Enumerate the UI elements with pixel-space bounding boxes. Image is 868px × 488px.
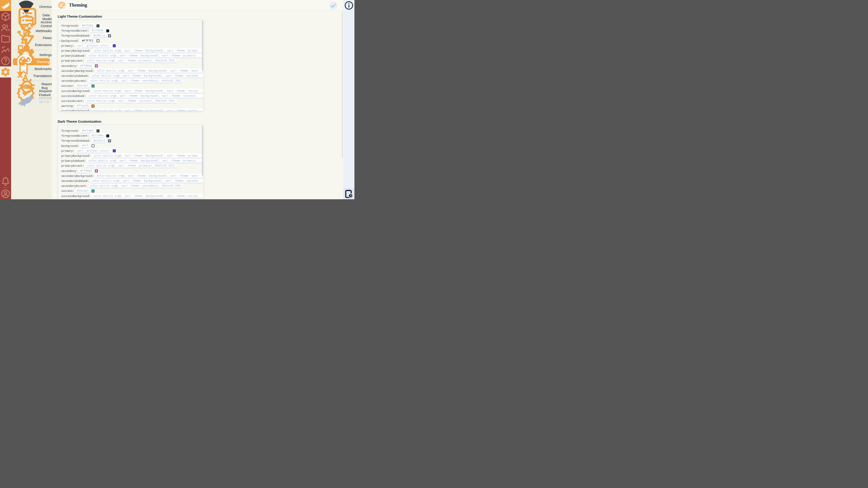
- project-name: Directus: [39, 5, 52, 8]
- info-button[interactable]: [343, 0, 354, 11]
- field-value-input[interactable]: color-mix(in srgb, var(--theme--backgrou…: [87, 94, 204, 98]
- rail-divider: [3, 187, 8, 188]
- field-key: primarySubdued:: [61, 54, 86, 57]
- field-key: secondary:: [61, 64, 78, 68]
- field-value-input[interactable]: color-mix(in srgb, var(--theme--backgrou…: [95, 174, 204, 178]
- field-value-input[interactable]: color-mix(in srgb, var(--theme--primary)…: [86, 164, 176, 168]
- field-value-input[interactable]: color-mix(in srgb, var(--theme--success)…: [86, 99, 176, 103]
- page-content: Light Theme Customization foreground:#4f…: [52, 10, 343, 199]
- color-swatch[interactable]: [106, 134, 109, 137]
- field-value-input[interactable]: color-mix(in srgb, var(--theme--backgrou…: [92, 109, 204, 111]
- field-value-input[interactable]: #ff99dd: [79, 64, 93, 68]
- theme-field-row: successSubdued:color-mix(in srgb, var(--…: [61, 199, 204, 199]
- notifications-bell-button[interactable]: [0, 176, 11, 187]
- field-key: primaryAccent:: [61, 59, 84, 62]
- main-area: Theming Light Theme Customization foregr…: [52, 0, 343, 199]
- field-value-input[interactable]: #fff: [81, 144, 90, 148]
- color-swatch[interactable]: [108, 34, 111, 37]
- field-value-input[interactable]: #ffa439: [76, 104, 90, 108]
- field-key: primaryBackground:: [61, 49, 91, 53]
- field-value-input[interactable]: var(--project-color): [76, 149, 111, 153]
- color-swatch[interactable]: [96, 24, 99, 27]
- field-value-input[interactable]: color-mix(in srgb, var(--theme--backgrou…: [95, 69, 204, 73]
- color-swatch[interactable]: [92, 105, 94, 107]
- field-value-input[interactable]: #2ecda7: [76, 84, 90, 88]
- field-value-input[interactable]: color-mix(in srgb, var(--theme--secondar…: [89, 184, 183, 188]
- save-button[interactable]: [329, 2, 337, 9]
- field-key: success:: [61, 84, 74, 88]
- theme-field-row: secondarySubdued:color-mix(in srgb, var(…: [61, 178, 204, 184]
- module-settings[interactable]: [0, 66, 11, 77]
- field-value-input[interactable]: #2ecda7: [76, 189, 90, 193]
- field-value-input[interactable]: color-mix(in srgb, var(--theme--backgrou…: [87, 199, 204, 199]
- field-value-input[interactable]: #4f5464: [81, 24, 95, 28]
- field-key: secondary:: [61, 169, 78, 173]
- module-rail: [0, 0, 11, 199]
- field-value-input[interactable]: #172940: [90, 133, 105, 138]
- field-key: secondarySubdued:: [61, 74, 89, 77]
- color-swatch[interactable]: [92, 85, 94, 88]
- field-value-input[interactable]: color-mix(in srgb, var(--theme--primary)…: [86, 59, 176, 63]
- field-value-input[interactable]: #172940: [90, 29, 105, 33]
- page-scrollbar[interactable]: [342, 11, 343, 158]
- theme-field-row: foreground:#4f5464: [61, 23, 204, 28]
- color-swatch[interactable]: [92, 190, 94, 193]
- field-value-input[interactable]: color-mix(in srgb, var(--theme--backgrou…: [92, 154, 204, 158]
- module-help[interactable]: [0, 55, 11, 66]
- color-swatch[interactable]: [106, 29, 109, 32]
- field-key: secondarySubdued:: [61, 180, 89, 183]
- theme-field-row: success:#2ecda7: [61, 188, 204, 193]
- field-key: secondaryBackground:: [61, 69, 94, 72]
- light-editor-scrollbar[interactable]: [202, 21, 203, 71]
- field-value-input[interactable]: #a2b5cd: [92, 138, 106, 143]
- field-value-input[interactable]: color-mix(in srgb, var(--theme--backgrou…: [92, 48, 204, 53]
- field-value-input[interactable]: color-mix(in srgb, var(--theme--backgrou…: [90, 179, 204, 183]
- dark-editor-scrollbar[interactable]: [202, 126, 203, 176]
- field-key: foregroundAccent:: [61, 134, 89, 137]
- sidebar-item-label: Settings: [39, 53, 52, 57]
- sidebar-item-label: Theming: [36, 60, 50, 64]
- theme-field-row: secondarySubdued:color-mix(in srgb, var(…: [61, 73, 204, 78]
- theme-field-row: primaryAccent:color-mix(in srgb, var(--t…: [61, 58, 204, 63]
- field-value-input[interactable]: #a2b5cd: [92, 33, 106, 38]
- color-swatch[interactable]: [96, 39, 99, 42]
- color-swatch[interactable]: [113, 149, 116, 152]
- color-swatch[interactable]: [108, 139, 111, 142]
- module-box[interactable]: [0, 11, 11, 22]
- field-value-input[interactable]: color-mix(in srgb, var(--theme--backgrou…: [87, 159, 204, 163]
- field-value-input[interactable]: #F7F7F2: [81, 39, 95, 43]
- module-users[interactable]: [0, 22, 11, 33]
- field-value-input[interactable]: color-mix(in srgb, var(--theme--secondar…: [89, 78, 183, 83]
- color-swatch[interactable]: [96, 129, 99, 132]
- module-insights[interactable]: [0, 44, 11, 55]
- sidebar-item-label: Access Control: [41, 20, 52, 28]
- field-value-input[interactable]: var(--project-color): [76, 43, 111, 48]
- page-header: Theming: [52, 0, 343, 10]
- clipboard-clock-icon: [343, 188, 354, 199]
- directus-logo[interactable]: [0, 0, 11, 11]
- right-sidebar-strip: [343, 0, 354, 199]
- revisions-button[interactable]: [343, 188, 354, 199]
- account-circle-button[interactable]: [0, 188, 11, 199]
- theme-field-row: secondaryAccent:color-mix(in srgb, var(-…: [61, 78, 204, 84]
- sidebar-item-directus-10-7-0: Directus 10.7.0: [11, 96, 52, 103]
- color-swatch[interactable]: [95, 64, 98, 67]
- field-value-input[interactable]: color-mix(in srgb, var(--theme--backgrou…: [90, 74, 204, 78]
- field-key: foreground:: [61, 129, 79, 132]
- field-key: warningBackground:: [61, 109, 91, 111]
- field-key: background:: [61, 39, 79, 42]
- light-theme-heading: Light Theme Customization: [58, 14, 102, 18]
- field-value-input[interactable]: color-mix(in srgb, var(--theme--backgrou…: [92, 89, 204, 93]
- color-swatch[interactable]: [92, 144, 94, 147]
- field-value-input[interactable]: #4f5464: [81, 129, 95, 133]
- field-value-input[interactable]: color-mix(in srgb, var(--theme--backgrou…: [92, 194, 204, 198]
- module-folder[interactable]: [0, 33, 11, 44]
- color-swatch[interactable]: [113, 44, 116, 47]
- color-swatch[interactable]: [95, 169, 98, 172]
- theme-field-row: successSubdued:color-mix(in srgb, var(--…: [61, 94, 204, 98]
- theme-field-row: successAccent:color-mix(in srgb, var(--t…: [61, 98, 204, 103]
- field-value-input[interactable]: color-mix(in srgb, var(--theme--backgrou…: [87, 54, 204, 58]
- sidebar-item-label: Bookmarks: [35, 67, 52, 71]
- field-value-input[interactable]: #ff99dd: [79, 169, 93, 173]
- info-icon: [343, 0, 354, 11]
